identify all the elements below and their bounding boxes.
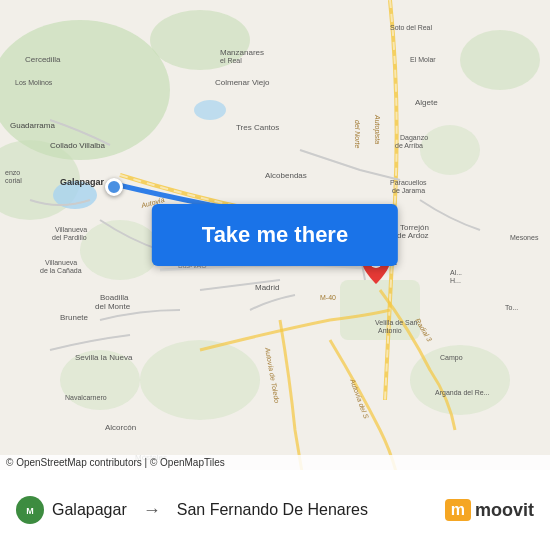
svg-text:El Molar: El Molar (410, 56, 436, 63)
svg-text:Autopista: Autopista (373, 114, 381, 144)
svg-text:enzo: enzo (5, 169, 20, 176)
from-location: Galapagar (52, 501, 127, 519)
map-attribution: © OpenStreetMap contributors | © OpenMap… (0, 455, 550, 470)
svg-text:Tres Cantos: Tres Cantos (236, 123, 279, 132)
svg-text:Paracuellos: Paracuellos (390, 179, 427, 186)
svg-text:Daganzo: Daganzo (400, 134, 428, 142)
info-bar: M Galapagar → San Fernando De Henares m … (0, 470, 550, 550)
svg-text:del Pardillo: del Pardillo (52, 234, 87, 241)
svg-text:de Ardoz: de Ardoz (397, 231, 429, 240)
moovit-m-badge: m (445, 499, 471, 521)
svg-text:Navalcarnero: Navalcarnero (65, 394, 107, 401)
svg-text:del Norte: del Norte (354, 120, 361, 149)
svg-text:Sevilla la Nueva: Sevilla la Nueva (75, 353, 133, 362)
moovit-logo: m moovit (445, 499, 534, 521)
svg-text:corial: corial (5, 177, 22, 184)
svg-point-6 (420, 125, 480, 175)
svg-text:M-40: M-40 (320, 294, 336, 301)
svg-text:Algete: Algete (415, 98, 438, 107)
svg-text:Manzanares: Manzanares (220, 48, 264, 57)
svg-text:Collado Villalba: Collado Villalba (50, 141, 106, 150)
svg-text:To...: To... (505, 304, 518, 311)
svg-text:Madrid: Madrid (255, 283, 279, 292)
svg-text:Cercedilla: Cercedilla (25, 55, 61, 64)
svg-text:Alcorcón: Alcorcón (105, 423, 136, 432)
svg-text:Brunete: Brunete (60, 313, 89, 322)
moovit-icon: M (16, 496, 44, 524)
svg-text:Antonio: Antonio (378, 327, 402, 334)
svg-text:Alcobendas: Alcobendas (265, 171, 307, 180)
svg-text:Campo: Campo (440, 354, 463, 362)
svg-text:de Jarama: de Jarama (392, 187, 425, 194)
attribution-text: © OpenStreetMap contributors | © OpenMap… (6, 457, 225, 468)
svg-text:el Real: el Real (220, 57, 242, 64)
svg-text:Soto del Real: Soto del Real (390, 24, 432, 31)
svg-text:Villanueva: Villanueva (45, 259, 77, 266)
svg-text:del Monte: del Monte (95, 302, 131, 311)
svg-text:Galapagar: Galapagar (60, 177, 105, 187)
svg-point-4 (80, 220, 160, 280)
svg-text:Los Molinos: Los Molinos (15, 79, 53, 86)
route-info: M Galapagar → San Fernando De Henares (16, 496, 445, 524)
moovit-text: moovit (475, 500, 534, 521)
route-button-container: Take me there (152, 204, 398, 266)
svg-point-5 (460, 30, 540, 90)
svg-text:Villanueva: Villanueva (55, 226, 87, 233)
svg-text:Boadilla: Boadilla (100, 293, 129, 302)
svg-point-12 (194, 100, 226, 120)
svg-text:de Arriba: de Arriba (395, 142, 423, 149)
svg-text:Mesones: Mesones (510, 234, 539, 241)
svg-text:Guadarrama: Guadarrama (10, 121, 55, 130)
svg-text:de la Cañada: de la Cañada (40, 267, 82, 274)
svg-text:Al...: Al... (450, 269, 462, 276)
svg-point-8 (140, 340, 260, 420)
arrow-icon: → (143, 500, 161, 521)
take-me-there-button[interactable]: Take me there (152, 204, 398, 266)
svg-text:Velilla de San: Velilla de San (375, 319, 418, 326)
map-container: Cercedilla Los Molinos Guadarrama Collad… (0, 0, 550, 470)
svg-text:M: M (26, 506, 34, 516)
svg-text:H...: H... (450, 277, 461, 284)
svg-text:Arganda del Re...: Arganda del Re... (435, 389, 490, 397)
to-location: San Fernando De Henares (177, 501, 368, 519)
origin-pin (105, 178, 123, 196)
svg-text:Colmenar Viejo: Colmenar Viejo (215, 78, 270, 87)
